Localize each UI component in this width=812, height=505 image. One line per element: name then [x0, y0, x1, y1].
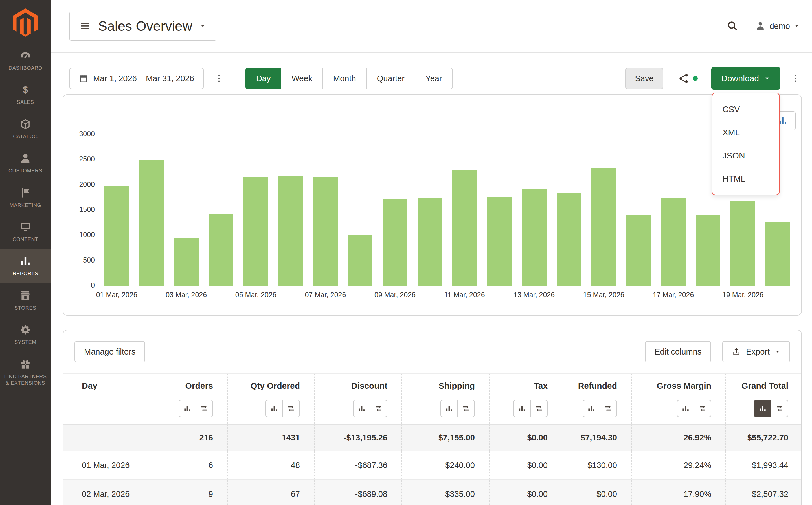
- bar-19-mar-2026[interactable]: [731, 201, 755, 286]
- column-swap-button-gross-margin[interactable]: [694, 400, 711, 417]
- cell: $0.00: [489, 480, 562, 505]
- x-axis-label: 17 Mar, 2026: [639, 291, 707, 299]
- catalog-icon: [19, 118, 31, 130]
- period-year[interactable]: Year: [415, 68, 453, 89]
- bar-17-mar-2026[interactable]: [661, 198, 686, 286]
- bar-02-mar-2026[interactable]: [139, 160, 164, 286]
- export-label: Export: [746, 347, 770, 356]
- bar-08-mar-2026[interactable]: [348, 235, 372, 286]
- column-header-tax[interactable]: Tax: [489, 373, 562, 397]
- download-option-csv[interactable]: CSV: [713, 98, 779, 121]
- column-header-qty-ordered[interactable]: Qty Ordered: [227, 373, 314, 397]
- date-options-kebab-button[interactable]: [211, 72, 227, 85]
- column-tools-cell: [726, 397, 802, 424]
- manage-filters-button[interactable]: Manage filters: [74, 341, 145, 362]
- bar-04-mar-2026[interactable]: [209, 214, 233, 286]
- kebab-icon: [214, 73, 224, 83]
- column-swap-button-tax[interactable]: [530, 400, 548, 417]
- totals-cell: $55,722.70: [726, 424, 802, 451]
- bar-20-mar-2026[interactable]: [766, 222, 790, 286]
- sidebar-item-sales[interactable]: $SALES: [0, 77, 51, 112]
- toolbar-kebab-button[interactable]: [787, 72, 804, 85]
- bar-07-mar-2026[interactable]: [313, 177, 338, 286]
- bar-14-mar-2026[interactable]: [557, 192, 581, 286]
- column-swap-button-orders[interactable]: [196, 400, 213, 417]
- sidebar-item-label: FIND PARTNERS & EXTENSIONS: [2, 373, 49, 387]
- column-swap-button-shipping[interactable]: [457, 400, 475, 417]
- sidebar-item-label: REPORTS: [13, 271, 38, 277]
- bar-16-mar-2026[interactable]: [626, 215, 650, 286]
- column-swap-button-grand-total[interactable]: [771, 400, 788, 417]
- download-option-xml[interactable]: XML: [713, 121, 779, 144]
- sidebar-item-customers[interactable]: CUSTOMERS: [0, 146, 51, 180]
- column-chart-button-grand-total[interactable]: [754, 400, 771, 417]
- x-axis-label: 11 Mar, 2026: [431, 291, 499, 299]
- download-dropdown-wrap: Download CSVXMLJSONHTML: [711, 67, 780, 90]
- export-button[interactable]: Export: [722, 341, 790, 362]
- bar-11-mar-2026[interactable]: [452, 170, 477, 286]
- search-button[interactable]: [724, 18, 741, 34]
- column-tools: [490, 400, 548, 417]
- period-day[interactable]: Day: [245, 68, 282, 89]
- period-month[interactable]: Month: [322, 68, 367, 89]
- column-header-shipping[interactable]: Shipping: [402, 373, 489, 397]
- download-button[interactable]: Download: [711, 67, 780, 90]
- sidebar-item-content[interactable]: CONTENT: [0, 215, 51, 249]
- column-chart-button-refunded[interactable]: [583, 400, 600, 417]
- column-tools-cell: [402, 397, 489, 424]
- column-chart-button-gross-margin[interactable]: [677, 400, 694, 417]
- column-tools-cell: [562, 397, 631, 424]
- customers-icon: [19, 152, 31, 164]
- date-range-button[interactable]: Mar 1, 2026 – Mar 31, 2026: [69, 68, 204, 89]
- download-option-html[interactable]: HTML: [713, 167, 779, 190]
- share-button[interactable]: [676, 70, 700, 87]
- sidebar-item-system[interactable]: SYSTEM: [0, 318, 51, 352]
- bar-15-mar-2026[interactable]: [591, 168, 616, 286]
- column-header-orders[interactable]: Orders: [152, 373, 227, 397]
- stores-icon: [19, 290, 31, 302]
- column-swap-button-discount[interactable]: [370, 400, 387, 417]
- download-menu: CSVXMLJSONHTML: [712, 93, 780, 195]
- sidebar-item-dashboard[interactable]: DASHBOARD: [0, 43, 51, 77]
- column-header-day[interactable]: Day: [63, 373, 152, 397]
- sidebar-item-catalog[interactable]: CATALOG: [0, 112, 51, 146]
- bar-01-mar-2026[interactable]: [104, 186, 129, 286]
- bar-10-mar-2026[interactable]: [418, 198, 442, 286]
- column-chart-button-qty-ordered[interactable]: [266, 400, 283, 417]
- period-quarter[interactable]: Quarter: [366, 68, 415, 89]
- column-header-refunded[interactable]: Refunded: [562, 373, 631, 397]
- bar-18-mar-2026[interactable]: [696, 215, 720, 286]
- column-header-gross-margin[interactable]: Gross Margin: [631, 373, 726, 397]
- sidebar-item-reports[interactable]: REPORTS: [0, 249, 51, 283]
- totals-cell: $0.00: [489, 424, 562, 451]
- bar-03-mar-2026[interactable]: [174, 238, 199, 286]
- download-option-json[interactable]: JSON: [713, 144, 779, 167]
- column-chart-button-shipping[interactable]: [441, 400, 458, 417]
- save-button[interactable]: Save: [625, 68, 663, 89]
- bar-09-mar-2026[interactable]: [382, 199, 407, 286]
- page-title-menu[interactable]: Sales Overview: [69, 12, 216, 41]
- sidebar-item-marketing[interactable]: MARKETING: [0, 181, 51, 215]
- column-chart-button-orders[interactable]: [179, 400, 196, 417]
- edit-columns-button[interactable]: Edit columns: [645, 341, 711, 362]
- user-menu[interactable]: demo: [755, 21, 800, 31]
- column-header-grand-total[interactable]: Grand Total: [726, 373, 802, 397]
- column-header-discount[interactable]: Discount: [314, 373, 402, 397]
- bar-13-mar-2026[interactable]: [522, 189, 546, 286]
- sales-chart-card: 05001000150020002500300001 Mar, 202603 M…: [63, 94, 802, 316]
- column-chart-button-discount[interactable]: [353, 400, 370, 417]
- column-swap-button-refunded[interactable]: [599, 400, 617, 417]
- cell: $0.00: [562, 480, 631, 505]
- bar-06-mar-2026[interactable]: [278, 176, 303, 286]
- column-swap-button-qty-ordered[interactable]: [282, 400, 300, 417]
- status-dot: [693, 76, 698, 81]
- magento-logo[interactable]: [0, 0, 51, 43]
- sidebar-item-find-partners-extensions[interactable]: FIND PARTNERS & EXTENSIONS: [0, 352, 51, 393]
- bar-12-mar-2026[interactable]: [487, 197, 512, 286]
- bar-05-mar-2026[interactable]: [244, 177, 268, 286]
- sidebar-item-stores[interactable]: STORES: [0, 284, 51, 318]
- partners-icon: [19, 358, 31, 370]
- column-chart-button-tax[interactable]: [513, 400, 531, 417]
- period-week[interactable]: Week: [281, 68, 323, 89]
- user-icon: [755, 21, 766, 31]
